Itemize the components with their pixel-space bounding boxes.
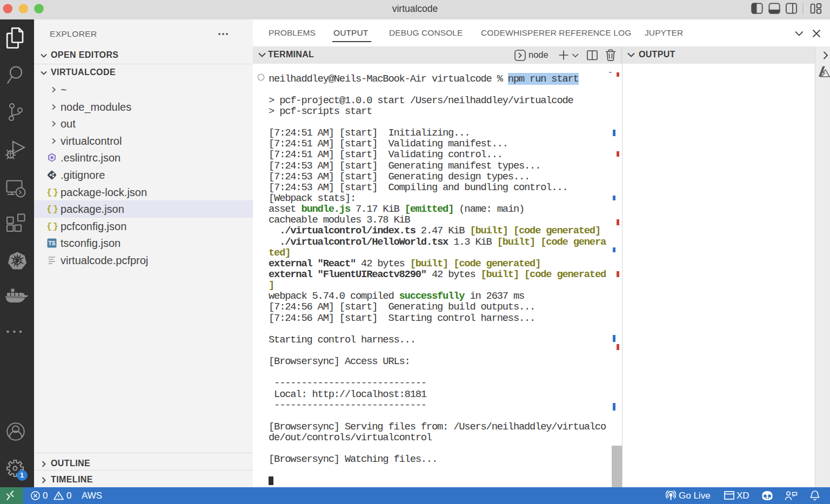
svg-text:TS: TS (49, 240, 56, 246)
